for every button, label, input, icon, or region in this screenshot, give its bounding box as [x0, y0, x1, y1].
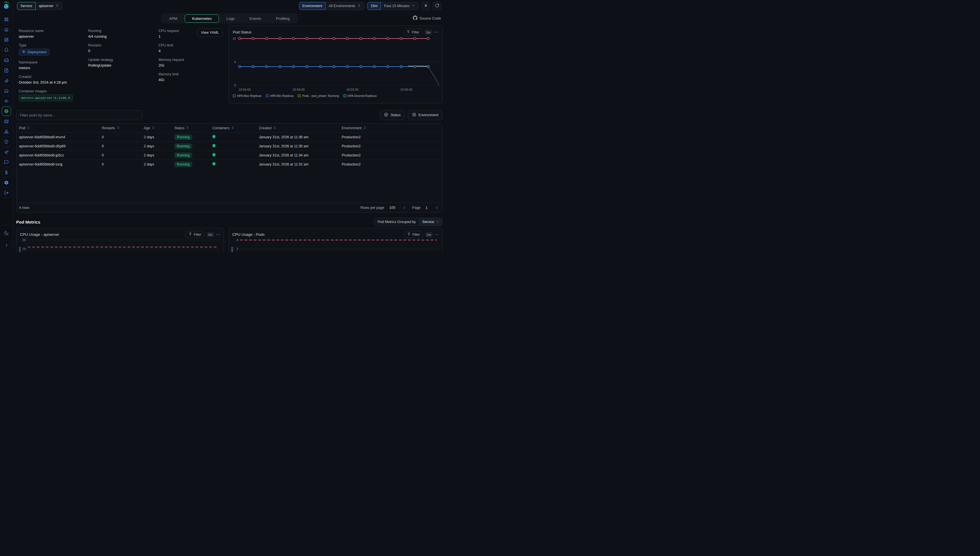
- page-stepper[interactable]: [435, 206, 438, 209]
- column-header-age[interactable]: Age: [144, 126, 174, 130]
- pod-status-tools: Filter 1m: [403, 29, 438, 36]
- details-column-3: CPU request1CPU limit4Memory request2GiM…: [159, 29, 224, 106]
- restarts-cell: 0: [102, 144, 144, 148]
- table-footer: 4 rows Rows per page 100 Page 1: [16, 203, 442, 212]
- table-row[interactable]: apiserver-6dd658bbd8-lmvn402 daysRunning…: [16, 133, 442, 141]
- pause-button[interactable]: [421, 2, 430, 10]
- field-type: TypeDeployment: [19, 44, 88, 55]
- tab-profiling[interactable]: Profiling: [269, 15, 297, 23]
- add-status-filter-button[interactable]: Status: [380, 110, 405, 120]
- refresh-button[interactable]: [433, 2, 441, 10]
- time-range-dropdown[interactable]: Past 15 Minutes: [381, 2, 418, 10]
- gear-icon: [4, 180, 9, 185]
- chevron-down-icon: [411, 4, 415, 8]
- sidebar-item-laptop[interactable]: [2, 86, 11, 95]
- rows-per-page-value[interactable]: 100: [389, 206, 395, 210]
- column-header-restarts[interactable]: Restarts: [102, 126, 144, 130]
- legend-item[interactable]: Pods - pod_phase: Running: [298, 94, 339, 97]
- sidebar-item-waveform[interactable]: [2, 96, 11, 106]
- environment-label[interactable]: Environment: [299, 2, 326, 10]
- sidebar-moon-button[interactable]: [2, 228, 11, 238]
- interval-badge[interactable]: 1m: [424, 30, 432, 35]
- sidebar-item-radar[interactable]: [2, 76, 11, 85]
- filter-button[interactable]: Filter: [404, 231, 423, 238]
- table-row[interactable]: apiserver-6dd658bbd8-jp5cz02 daysRunning…: [16, 150, 442, 160]
- status-cell: Running: [174, 152, 212, 158]
- waveform-icon: [4, 99, 9, 103]
- table-row[interactable]: apiserver-6dd658bbd8-tsrqj02 daysRunning…: [16, 160, 442, 169]
- legend-item[interactable]: HPA Max Replicas: [233, 94, 261, 97]
- container-health-dot: [212, 135, 215, 138]
- field-value: RollingUpdate: [88, 63, 159, 68]
- pod-metrics-header: Pod Metrics Pod Metrics Grouped by Servi…: [16, 217, 443, 227]
- sidebar-item-globe[interactable]: [2, 107, 11, 116]
- age-cell: 2 days: [144, 153, 174, 157]
- sidebar-item-dashboard-grid[interactable]: [2, 35, 11, 45]
- column-header-status[interactable]: Status: [174, 126, 212, 130]
- field-label: CPU limit: [159, 44, 224, 47]
- legend-label: HPA Max Replicas: [237, 94, 261, 97]
- service-value-dropdown[interactable]: apiserver: [36, 2, 62, 10]
- table-row[interactable]: apiserver-6dd658bbd8-d5p6902 daysRunning…: [16, 141, 442, 150]
- sidebar-item-map[interactable]: [2, 117, 11, 126]
- field-namespace: Namespacemetoro: [19, 60, 88, 70]
- sidebar-item-gear[interactable]: [2, 178, 11, 187]
- sidebar-item-command[interactable]: [2, 15, 11, 24]
- sidebar-item-file-search[interactable]: [2, 66, 11, 75]
- column-header-pod[interactable]: Pod: [19, 126, 102, 130]
- column-header-environment[interactable]: Environment: [342, 126, 442, 130]
- time-badge[interactable]: 15m: [367, 2, 381, 10]
- legend-item[interactable]: HPA Desired Replicas: [343, 94, 377, 97]
- filter-button[interactable]: Filter: [403, 29, 423, 36]
- sidebar-item-shield-alert[interactable]: [2, 137, 11, 147]
- more-options-icon[interactable]: [435, 233, 439, 237]
- sidebar-item-logout[interactable]: [2, 188, 11, 197]
- pods-table: PodRestartsAgeStatusContainersCreatedEnv…: [16, 123, 443, 213]
- page-value[interactable]: 1: [426, 206, 428, 210]
- sidebar-item-bell[interactable]: [2, 45, 11, 55]
- rows-per-page-stepper[interactable]: [403, 206, 406, 209]
- svg-text:5: 5: [234, 60, 236, 64]
- chat-icon: [4, 160, 9, 165]
- source-code-link[interactable]: Source Code: [413, 16, 441, 21]
- grouped-by-select[interactable]: Service: [419, 218, 442, 226]
- created-cell: January 31st, 2026 at 11:35 am: [259, 144, 342, 148]
- status-badge: Running: [174, 152, 192, 158]
- interval-badge[interactable]: 1m: [425, 232, 433, 237]
- pagination: Rows per page 100 Page 1: [360, 206, 438, 210]
- resource-details: View YAML Resource nameapiserverTypeDepl…: [16, 26, 224, 106]
- sidebar-item-cubes[interactable]: [2, 127, 11, 136]
- column-header-containers[interactable]: Containers: [212, 126, 259, 130]
- interval-badge[interactable]: 1m: [206, 232, 214, 237]
- tab-kubernetes[interactable]: Kubernetes: [185, 15, 219, 23]
- field-label: Created: [19, 75, 88, 79]
- tab-logs[interactable]: Logs: [219, 15, 242, 23]
- tab-events[interactable]: Events: [242, 15, 269, 23]
- column-header-created[interactable]: Created: [259, 126, 342, 130]
- sidebar-item-inbox[interactable]: [2, 55, 11, 65]
- service-label[interactable]: Service: [17, 2, 36, 10]
- sidebar-chevron-right-button[interactable]: [2, 241, 11, 250]
- laptop-icon: [4, 89, 9, 93]
- more-options-icon[interactable]: [216, 233, 220, 237]
- pods-filter-input[interactable]: [16, 110, 143, 120]
- shield-alert-icon: [4, 139, 9, 144]
- sidebar-item-dollar[interactable]: [2, 168, 11, 177]
- circle-plus-icon: [412, 113, 416, 118]
- add-environment-filter-button[interactable]: Environment: [408, 110, 443, 120]
- legend-item[interactable]: HPA Min Replicas: [266, 94, 293, 97]
- more-options-icon[interactable]: [434, 30, 438, 34]
- environment-value-dropdown[interactable]: All Environments: [326, 2, 364, 10]
- svg-text:10: 10: [233, 37, 236, 40]
- sidebar-item-home[interactable]: [2, 25, 11, 34]
- sidebar-item-telescope[interactable]: [2, 147, 11, 157]
- view-yaml-button[interactable]: View YAML: [197, 28, 223, 37]
- cpu-usage-service-card: CPU Usage - apiserver Filter 1m 201510 C…: [16, 228, 224, 252]
- sidebar-item-chat[interactable]: [2, 158, 11, 167]
- status-badge: Running: [174, 144, 192, 149]
- svg-text:15:58:00: 15:58:00: [293, 88, 305, 91]
- tab-apm[interactable]: APM: [162, 15, 185, 23]
- age-cell: 2 days: [144, 144, 174, 148]
- filter-button[interactable]: Filter: [185, 231, 204, 238]
- field-label: Memory limit: [159, 72, 224, 76]
